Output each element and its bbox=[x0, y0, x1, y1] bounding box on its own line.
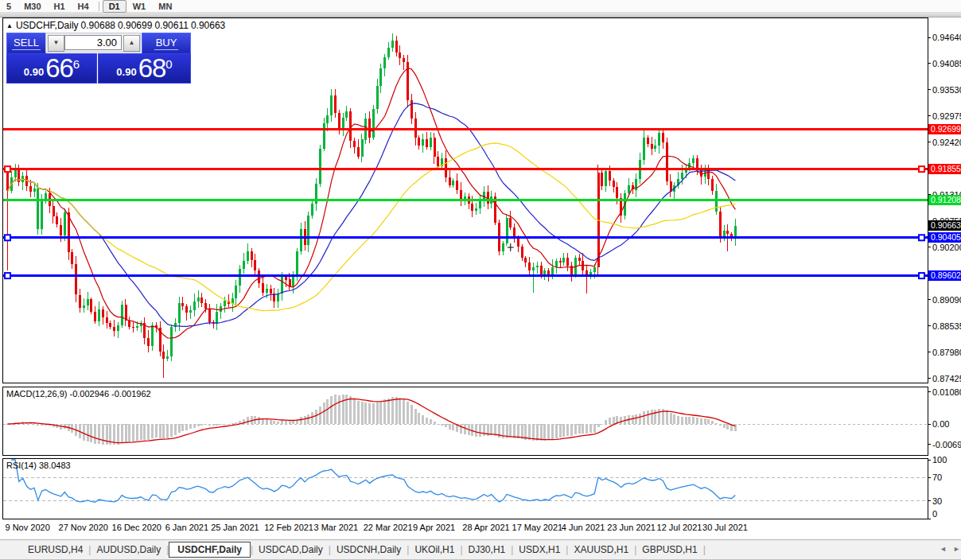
timeframe-button-d1[interactable]: D1 bbox=[103, 0, 126, 13]
rsi-tick: 30 bbox=[932, 496, 942, 506]
timeframe-button-5[interactable]: 5 bbox=[0, 1, 18, 12]
price-tick: 0.94640 bbox=[932, 33, 961, 42]
buy-price-display[interactable]: 0.90 68 0 bbox=[98, 53, 191, 84]
tab-scroll-right[interactable]: ► bbox=[953, 545, 960, 553]
price-tick: 0.93530 bbox=[932, 85, 961, 95]
price-tick: 0.89090 bbox=[932, 295, 961, 305]
tab-xauusd-h1[interactable]: XAUUSD,H1 bbox=[568, 542, 634, 557]
tab-usdcad-daily[interactable]: USDCAD,Daily bbox=[253, 542, 329, 557]
sell-price-display[interactable]: 0.90 66 6 bbox=[6, 53, 97, 84]
buy-price-pip: 0 bbox=[165, 57, 172, 71]
rsi-label: RSI(14) 38.0483 bbox=[6, 461, 71, 470]
sell-price-prefix: 0.90 bbox=[24, 66, 44, 78]
volume-spinner: ▼ 3.00 ▲ bbox=[45, 33, 141, 52]
quote-close: 0.90663 bbox=[191, 20, 225, 31]
timeframe-button-h4[interactable]: H4 bbox=[72, 1, 95, 12]
one-click-trading-panel: SELL ▼ 3.00 ▲ BUY 0.90 66 6 0.90 68 0 bbox=[6, 33, 189, 82]
macd-tick: 0.010805 bbox=[932, 387, 961, 397]
tab-usdcnh-daily[interactable]: USDCNH,Daily bbox=[331, 542, 407, 557]
quote-line: ▲USDCHF,Daily0.906880.906990.906110.9066… bbox=[6, 20, 228, 31]
tab-usdx-h1[interactable]: USDX,H1 bbox=[513, 542, 566, 557]
macd-label: MACD(12,26,9) -0.002946 -0.001962 bbox=[6, 389, 151, 399]
volume-increase-button[interactable]: ▲ bbox=[123, 35, 140, 52]
price-tick: 0.88535 bbox=[932, 321, 961, 331]
rsi-tick: 100 bbox=[932, 455, 947, 465]
timeframe-toolbar: 5M30H1H4D1W1MN bbox=[0, 0, 961, 13]
macd-tick: 0.00 bbox=[932, 419, 949, 429]
tab-dj30-h1[interactable]: DJ30,H1 bbox=[463, 542, 512, 557]
rsi-tick: 0 bbox=[932, 509, 937, 519]
date-tick: 12 Feb 2021 bbox=[264, 523, 313, 532]
quote-low: 0.90611 bbox=[154, 20, 189, 31]
tab-ukoil-h1[interactable]: UKOil,H1 bbox=[409, 542, 460, 557]
price-tick: 0.87425 bbox=[932, 374, 961, 383]
date-tick: 22 Mar 2021 bbox=[364, 523, 413, 532]
buy-price-prefix: 0.90 bbox=[116, 66, 136, 78]
quote-symbol: USDCHF,Daily bbox=[16, 20, 79, 31]
sell-price-big: 66 bbox=[45, 53, 73, 84]
sell-button-label: SELL bbox=[12, 37, 41, 50]
price-tick: 0.92975 bbox=[932, 111, 961, 121]
timeframe-button-w1[interactable]: W1 bbox=[126, 1, 153, 12]
volume-input[interactable]: 3.00 bbox=[64, 35, 122, 50]
direction-up-icon: ▲ bbox=[6, 22, 13, 29]
buy-button-label: BUY bbox=[154, 37, 179, 50]
date-tick: 30 Jul 2021 bbox=[702, 523, 748, 532]
timeframe-button-m30[interactable]: M30 bbox=[18, 1, 47, 12]
current-price-badge: 0.90663 bbox=[928, 220, 961, 231]
date-tick: 27 Nov 2020 bbox=[59, 523, 108, 532]
toolbar-separator bbox=[99, 2, 99, 11]
macd-tick: -0.006948 bbox=[932, 440, 961, 449]
buy-price-big: 68 bbox=[138, 53, 166, 84]
line-price-badge: 0.91855 bbox=[928, 164, 961, 174]
line-price-badge: 0.89602 bbox=[928, 270, 961, 281]
rsi-panel[interactable] bbox=[2, 458, 928, 519]
timeframe-button-mn[interactable]: MN bbox=[152, 1, 178, 12]
sell-button[interactable]: SELL bbox=[6, 33, 46, 54]
tab-audusd-daily[interactable]: AUDUSD,Daily bbox=[91, 542, 166, 557]
date-tick: 9 Nov 2020 bbox=[6, 523, 50, 532]
date-tick: 6 Jan 2021 bbox=[165, 523, 208, 532]
date-tick: 16 Dec 2020 bbox=[112, 523, 161, 532]
tab-scroll-left[interactable]: ◄ bbox=[940, 545, 947, 553]
terminal-window: 5M30H1H4D1W1MN ▲USDCHF,Daily0.906880.906… bbox=[0, 0, 961, 560]
price-tick: 0.90200 bbox=[932, 243, 961, 252]
date-tick: 28 Apr 2021 bbox=[462, 523, 509, 532]
date-tick: 12 Jul 2021 bbox=[657, 523, 702, 532]
timeframe-button-h1[interactable]: H1 bbox=[48, 1, 72, 12]
sell-price-pip: 6 bbox=[73, 57, 80, 71]
buy-button[interactable]: BUY bbox=[142, 33, 191, 54]
price-tick: 0.87980 bbox=[932, 348, 961, 357]
date-tick: 23 Jun 2021 bbox=[607, 523, 656, 532]
chart-tab-bar: EURUSD,H4|AUDUSD,Daily|USDCHF,Daily|USDC… bbox=[0, 539, 961, 560]
tab-separator: | bbox=[703, 544, 706, 555]
quote-open: 0.90688 bbox=[81, 20, 115, 31]
volume-decrease-button[interactable]: ▼ bbox=[48, 35, 64, 52]
date-tick: 17 May 2021 bbox=[512, 523, 563, 532]
date-tick: 9 Apr 2021 bbox=[413, 523, 455, 532]
price-tick: 0.94085 bbox=[932, 59, 961, 68]
quote-high: 0.90699 bbox=[118, 20, 152, 31]
tab-usdchf-daily[interactable]: USDCHF,Daily bbox=[169, 542, 251, 558]
line-price-badge: 0.91208 bbox=[928, 195, 961, 205]
price-tick: 0.92420 bbox=[932, 138, 961, 147]
date-tick: 25 Jan 2021 bbox=[211, 523, 259, 532]
rsi-tick: 70 bbox=[932, 472, 942, 482]
tab-eurusd-h4[interactable]: EURUSD,H4 bbox=[22, 542, 88, 557]
line-price-badge: 0.92699 bbox=[928, 124, 961, 134]
date-tick: 3 Mar 2021 bbox=[313, 523, 358, 532]
tab-gbpusd-h1[interactable]: GBPUSD,H1 bbox=[636, 542, 702, 557]
date-tick: 4 Jun 2021 bbox=[562, 523, 605, 532]
line-price-badge: 0.90405 bbox=[928, 232, 961, 243]
